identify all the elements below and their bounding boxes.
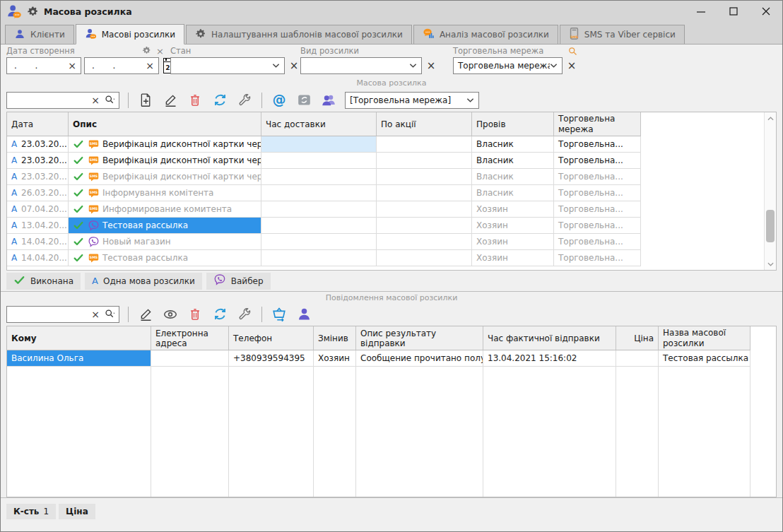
trade-network-cell[interactable]: Торговельна...	[554, 136, 641, 153]
trade-network-cell[interactable]: Торговельна...	[554, 250, 641, 266]
mailing-row[interactable]: А14.04.20...Новый магазинХозяинТорговель…	[7, 234, 776, 250]
promo-cell[interactable]	[377, 250, 472, 266]
close-button[interactable]	[750, 1, 782, 22]
state-combobox[interactable]	[170, 57, 285, 74]
delete-icon[interactable]	[187, 306, 204, 323]
date-cell[interactable]: А14.04.20...	[7, 234, 69, 250]
conducted-by-cell[interactable]: Хозяин	[472, 234, 554, 250]
clear-network-icon[interactable]: ×	[565, 57, 579, 74]
conducted-by-cell[interactable]: Власник	[472, 169, 554, 185]
clear-kind-icon[interactable]: ×	[424, 57, 438, 74]
messages-search-input[interactable]: ×	[6, 306, 119, 323]
conducted-by-cell[interactable]: Хозяин	[472, 218, 554, 234]
description-cell[interactable]: SMSВерифікація дисконтної картки через с…	[69, 136, 261, 153]
column-header-sent-time[interactable]: Час фактичної відправки	[483, 326, 616, 350]
changed-by-cell[interactable]: Хозяин	[314, 350, 356, 367]
mailing-row[interactable]: А23.03.20...SMSВерифікація дисконтної ка…	[7, 169, 776, 185]
delivery-time-cell[interactable]	[261, 218, 377, 234]
trade-network-cell[interactable]: Торговельна...	[554, 185, 641, 201]
column-header-phone[interactable]: Телефон	[229, 326, 314, 350]
scope-combobox[interactable]: [Торговельна мережа]	[345, 92, 479, 109]
date-cell[interactable]: А13.04.20...	[7, 218, 69, 234]
column-header-conducted-by[interactable]: Провів	[472, 112, 554, 136]
clear-date-to-icon[interactable]: ×	[141, 60, 158, 71]
delivery-time-cell[interactable]	[261, 153, 377, 169]
refresh-icon[interactable]	[211, 306, 228, 323]
date-cell[interactable]: А26.03.20...	[7, 185, 69, 201]
date-cell[interactable]: А14.04.20...	[7, 250, 69, 266]
sent-time-cell[interactable]: 13.04.2021 15:16:02	[483, 350, 616, 367]
delivery-time-cell[interactable]	[261, 169, 377, 185]
tab-mailing-analysis[interactable]: Аналіз масової розсилки	[413, 25, 558, 44]
tab-template-settings[interactable]: Налаштування шаблонів масової розсилки	[186, 25, 412, 44]
tab-clients[interactable]: Клієнти	[5, 25, 74, 44]
mailing-row[interactable]: А13.04.20...Тестовая рассылкаХозяинТорго…	[7, 218, 776, 234]
delivery-time-cell[interactable]	[261, 234, 377, 250]
kind-combobox[interactable]	[300, 57, 422, 74]
mailing-name-cell[interactable]: Тестовая рассылка	[659, 350, 750, 367]
minimize-button[interactable]	[685, 1, 717, 22]
date-cell[interactable]: А23.03.20...	[7, 169, 69, 185]
column-header-send-result[interactable]: Опис результату відправки	[356, 326, 483, 350]
date-cell[interactable]: А23.03.20...	[7, 136, 69, 153]
email-at-icon[interactable]: @	[271, 92, 288, 109]
description-cell[interactable]: SMSТестовая рассылка	[69, 250, 261, 266]
date-cell[interactable]: А23.03.20...	[7, 153, 69, 169]
tab-mass-mailings[interactable]: Масові розсилки	[76, 24, 184, 45]
delete-icon[interactable]	[187, 92, 204, 109]
mailing-row[interactable]: А26.03.20...SMSІнформування комітентаВла…	[7, 185, 776, 201]
description-cell[interactable]: Новый магазин	[69, 234, 261, 250]
phone-cell[interactable]: +380939594395	[229, 350, 314, 367]
delivery-time-cell[interactable]	[261, 136, 377, 153]
resend-icon[interactable]	[295, 92, 312, 109]
edit-icon[interactable]	[162, 92, 179, 109]
add-icon[interactable]	[137, 92, 154, 109]
maximize-button[interactable]	[717, 1, 750, 22]
promo-cell[interactable]	[377, 136, 472, 153]
settings-wrench-icon[interactable]	[236, 92, 253, 109]
column-header-email[interactable]: Електронна адреса	[151, 326, 229, 350]
search-icon[interactable]	[567, 46, 578, 57]
send-result-cell[interactable]: Сообщение прочитано получателем	[356, 350, 483, 367]
description-cell[interactable]: SMSІнформування комітента	[69, 185, 261, 201]
date-cell[interactable]: А07.04.20...	[7, 201, 69, 218]
mailing-row[interactable]: А23.03.20...SMSВерифікація дисконтної ка…	[7, 153, 776, 169]
recipients-icon[interactable]	[320, 92, 337, 109]
description-cell[interactable]: SMSВерифікація дисконтної картки через с…	[69, 153, 261, 169]
price-cell[interactable]	[616, 350, 659, 367]
column-header-to[interactable]: Кому	[7, 326, 151, 350]
column-header-promo[interactable]: По акції	[377, 112, 472, 136]
recipient-icon[interactable]	[295, 306, 312, 323]
search-options-icon[interactable]	[104, 308, 119, 320]
conducted-by-cell[interactable]: Власник	[472, 153, 554, 169]
message-row[interactable]: Василина Ольга+380939594395ХозяинСообщен…	[7, 350, 776, 367]
search-input[interactable]: ×	[6, 92, 119, 109]
promo-cell[interactable]	[377, 169, 472, 185]
column-header-price[interactable]: Ціна	[616, 326, 659, 350]
conducted-by-cell[interactable]: Хозяин	[472, 201, 554, 218]
date-to-input[interactable]: . . ×	[84, 57, 159, 74]
clear-search-icon[interactable]: ×	[87, 309, 104, 320]
conducted-by-cell[interactable]: Хозяин	[472, 250, 554, 266]
promo-cell[interactable]	[377, 218, 472, 234]
trade-network-cell[interactable]: Торговельна...	[554, 169, 641, 185]
network-combobox[interactable]: Торговельна мережа	[453, 57, 563, 74]
trade-network-cell[interactable]: Торговельна...	[554, 234, 641, 250]
column-header-date[interactable]: Дата	[7, 112, 69, 136]
promo-cell[interactable]	[377, 185, 472, 201]
basket-icon[interactable]	[271, 306, 288, 323]
delivery-time-cell[interactable]	[261, 201, 377, 218]
view-icon[interactable]	[162, 306, 179, 323]
conducted-by-cell[interactable]: Власник	[472, 136, 554, 153]
email-cell[interactable]	[151, 350, 229, 367]
edit-icon[interactable]	[137, 306, 154, 323]
mailing-row[interactable]: А14.04.20...SMSТестовая рассылкаХозяинТо…	[7, 250, 776, 266]
description-cell[interactable]: SMSИнформирование комитента	[69, 201, 261, 218]
clear-search-icon[interactable]: ×	[87, 95, 104, 106]
vertical-scrollbar[interactable]	[764, 112, 776, 270]
column-header-delivery-time[interactable]: Час доставки	[261, 112, 377, 136]
clear-date-from-icon[interactable]: ×	[64, 60, 81, 71]
conducted-by-cell[interactable]: Власник	[472, 185, 554, 201]
scrollbar-thumb[interactable]	[766, 210, 775, 242]
mailing-row[interactable]: А07.04.20...SMSИнформирование комитентаХ…	[7, 201, 776, 218]
